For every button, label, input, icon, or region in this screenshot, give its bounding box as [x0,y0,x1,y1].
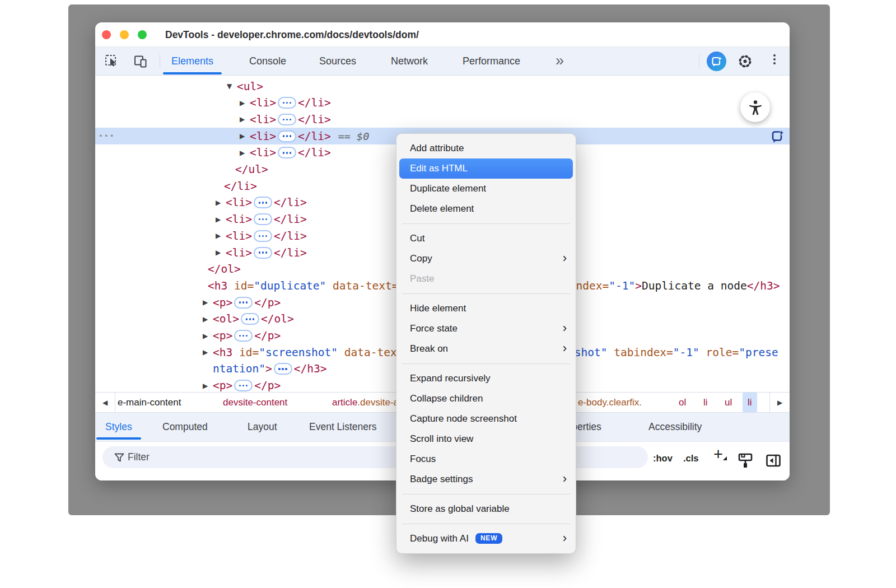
crumb-part-tag: li [748,397,752,408]
twisty-collapsed-icon[interactable]: ▶ [203,328,208,344]
menu-item-hide-element[interactable]: Hide element [396,298,576,319]
tab-sources[interactable]: Sources [319,47,356,76]
menu-item-scroll-into-view[interactable]: Scroll into view [396,429,576,449]
twisty-collapsed-icon[interactable]: ▶ [216,244,221,261]
twisty-collapsed-icon[interactable]: ▶ [203,377,208,392]
tab-event-listeners[interactable]: Event Listeners [309,413,377,441]
expand-inline-children-button[interactable] [254,247,272,259]
dom-tree-row[interactable]: ▶<li></li> [95,111,790,128]
expand-inline-children-button[interactable] [234,380,253,391]
accessibility-fab[interactable] [740,92,770,122]
breadcrumb-scroll-left-button[interactable]: ◀ [95,393,115,412]
menu-item-label: Force state [410,323,458,334]
tab-accessibility[interactable]: Accessibility [648,413,702,441]
breadcrumb-item-e-body-clearfix[interactable]: e-body.clearfix. [578,393,642,412]
dom-token-val: "-1" [609,279,635,292]
ai-assistant-icon[interactable] [707,52,726,71]
twisty-collapsed-icon[interactable]: ▶ [203,344,208,361]
toggle-hov[interactable]: :hov [653,453,673,464]
ai-assistance-row-icon[interactable] [770,129,785,144]
tab-computed[interactable]: Computed [162,413,208,441]
twisty-collapsed-icon[interactable]: ▶ [216,194,221,211]
tab-elements[interactable]: Elements [171,47,213,76]
menu-item-focus[interactable]: Focus [396,449,576,469]
expand-inline-children-button[interactable] [254,230,272,242]
expand-inline-children-button[interactable] [274,363,292,375]
toggle-cls[interactable]: .cls [683,453,699,464]
menu-item-capture-node-screenshot[interactable]: Capture node screenshot [396,409,576,429]
twisty-collapsed-icon[interactable]: ▶ [216,211,221,228]
tab-styles[interactable]: Styles [105,413,132,441]
rendering-brush-icon[interactable] [737,452,754,472]
menu-item-debug-with-ai[interactable]: Debug with AINEW› [396,529,576,549]
dom-token-tag: > [265,362,272,375]
dom-tree-row[interactable]: ▼<ul> [95,78,790,95]
menu-item-badge-settings[interactable]: Badge settings› [396,469,576,489]
settings-gear-icon[interactable] [737,53,752,68]
expand-inline-children-button[interactable] [254,213,272,225]
expand-inline-children-button[interactable] [254,197,272,208]
breadcrumb-item-e-main-content[interactable]: e-main-content [118,393,181,412]
expand-inline-children-button[interactable] [278,97,296,109]
more-tabs-icon[interactable]: » [556,47,562,74]
tab-console[interactable]: Console [249,47,286,76]
breadcrumb-item-ol[interactable]: ol [679,393,686,412]
breadcrumb-item-li[interactable]: li [703,393,708,412]
menu-item-label: Capture node screenshot [410,413,517,424]
twisty-collapsed-icon[interactable]: ▶ [240,144,245,161]
crumb-part-cls: e-body.clearfix. [578,397,642,408]
twisty-collapsed-icon[interactable]: ▶ [203,311,208,328]
dom-tree-row[interactable]: ▶<li></li> [95,95,790,111]
breadcrumb-item-ul[interactable]: ul [725,393,732,412]
dom-token-tag: </h3> [747,279,780,292]
menu-item-force-state[interactable]: Force state› [396,319,576,339]
inspect-icon[interactable] [104,54,119,69]
expand-inline-children-button[interactable] [278,147,296,158]
twisty-collapsed-icon[interactable]: ▶ [240,111,245,128]
breadcrumb-item-devsite-content[interactable]: devsite-content [223,393,287,412]
menu-item-cut[interactable]: Cut [396,228,576,249]
dock-sidebar-icon[interactable] [765,452,782,472]
dom-token-tag: </p> [254,296,281,309]
tab-network[interactable]: Network [391,47,428,76]
close-window-button[interactable] [102,30,111,39]
twisty-expanded-icon[interactable]: ▼ [227,78,232,95]
twisty-collapsed-icon[interactable]: ▶ [240,95,245,111]
expand-inline-children-button[interactable] [234,330,253,342]
expand-inline-children-button[interactable] [278,130,296,142]
menu-item-copy[interactable]: Copy› [396,249,576,269]
twisty-collapsed-icon[interactable]: ▶ [203,294,208,311]
breadcrumb-scroll-right-button[interactable]: ▶ [769,393,790,412]
twisty-collapsed-icon[interactable]: ▶ [240,128,245,144]
device-toolbar-icon[interactable] [133,54,148,69]
minimize-window-button[interactable] [120,30,129,39]
menu-item-store-as-global-variable[interactable]: Store as global variable [396,499,576,519]
dom-token-attr: id= [234,279,254,292]
menu-item-break-on[interactable]: Break on› [396,339,576,359]
twisty-collapsed-icon[interactable]: ▶ [216,227,221,244]
dom-token-tag: </ul> [235,163,268,176]
menu-item-edit-as-html[interactable]: Edit as HTML [399,158,573,179]
breadcrumb-item-li[interactable]: li [743,393,757,412]
new-style-rule-plus-icon[interactable]: + [713,445,723,464]
dom-token-tag: <li> [226,230,252,242]
dom-token-text: Duplicate a node [642,279,747,292]
menu-item-duplicate-element[interactable]: Duplicate element [396,179,576,199]
dom-token-attr: role= [699,346,739,359]
tab-performance[interactable]: Performance [463,47,520,76]
menu-item-collapse-children[interactable]: Collapse children [396,389,576,409]
menu-item-expand-recursively[interactable]: Expand recursively [396,368,576,389]
kebab-menu-icon[interactable] [771,54,778,64]
zoom-window-button[interactable] [138,30,147,39]
menu-divider [402,524,570,524]
menu-item-delete-element[interactable]: Delete element [396,199,576,219]
tab-layout[interactable]: Layout [248,413,277,441]
dom-token-tag: </li> [274,213,307,226]
selected-node-flag: == $0 [338,130,370,142]
expand-inline-children-button[interactable] [234,297,253,309]
menu-item-label: Edit as HTML [410,163,468,174]
menu-item-label: Focus [410,454,436,464]
expand-inline-children-button[interactable] [278,114,296,125]
menu-item-add-attribute[interactable]: Add attribute [396,138,576,158]
expand-inline-children-button[interactable] [241,313,259,325]
